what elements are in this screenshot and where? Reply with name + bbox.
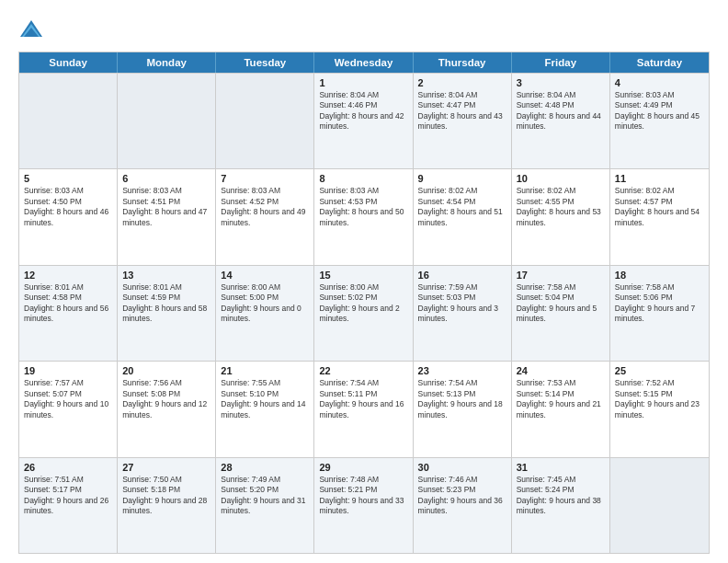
day-number: 26	[24, 462, 112, 473]
day-cell-4: 4Sunrise: 8:03 AM Sunset: 4:49 PM Daylig…	[610, 74, 709, 168]
day-number: 19	[24, 365, 112, 376]
day-number: 1	[319, 77, 407, 88]
day-info: Sunrise: 8:04 AM Sunset: 4:46 PM Dayligh…	[319, 90, 407, 132]
day-info: Sunrise: 8:03 AM Sunset: 4:52 PM Dayligh…	[221, 186, 309, 228]
weekday-header-thursday: Thursday	[414, 52, 512, 73]
day-cell-12: 12Sunrise: 8:01 AM Sunset: 4:58 PM Dayli…	[19, 266, 118, 361]
empty-cell	[118, 74, 216, 168]
day-cell-17: 17Sunrise: 7:58 AM Sunset: 5:04 PM Dayli…	[512, 266, 610, 361]
calendar-row-5: 26Sunrise: 7:51 AM Sunset: 5:17 PM Dayli…	[19, 457, 709, 553]
day-info: Sunrise: 7:54 AM Sunset: 5:13 PM Dayligh…	[418, 378, 506, 420]
day-number: 9	[418, 173, 506, 184]
day-number: 28	[221, 462, 309, 473]
day-number: 27	[122, 462, 210, 473]
day-number: 6	[122, 173, 210, 184]
header	[18, 17, 710, 42]
day-info: Sunrise: 7:51 AM Sunset: 5:17 PM Dayligh…	[24, 475, 112, 517]
day-number: 11	[615, 173, 704, 184]
day-info: Sunrise: 7:45 AM Sunset: 5:24 PM Dayligh…	[517, 475, 605, 517]
empty-cell	[216, 74, 314, 168]
day-cell-10: 10Sunrise: 8:02 AM Sunset: 4:55 PM Dayli…	[512, 169, 610, 264]
weekday-header-friday: Friday	[512, 52, 610, 73]
day-cell-11: 11Sunrise: 8:02 AM Sunset: 4:57 PM Dayli…	[610, 169, 709, 264]
day-cell-31: 31Sunrise: 7:45 AM Sunset: 5:24 PM Dayli…	[512, 458, 610, 553]
day-cell-13: 13Sunrise: 8:01 AM Sunset: 4:59 PM Dayli…	[118, 266, 216, 361]
logo-icon	[18, 17, 44, 42]
day-cell-30: 30Sunrise: 7:46 AM Sunset: 5:23 PM Dayli…	[414, 458, 512, 553]
day-number: 2	[418, 77, 506, 88]
day-number: 16	[418, 270, 506, 281]
day-number: 17	[517, 270, 605, 281]
day-info: Sunrise: 8:02 AM Sunset: 4:57 PM Dayligh…	[615, 186, 704, 228]
day-info: Sunrise: 7:58 AM Sunset: 5:06 PM Dayligh…	[615, 282, 704, 325]
day-number: 23	[418, 365, 506, 376]
day-info: Sunrise: 7:46 AM Sunset: 5:23 PM Dayligh…	[418, 475, 506, 517]
day-info: Sunrise: 7:48 AM Sunset: 5:21 PM Dayligh…	[319, 475, 407, 517]
empty-cell	[610, 458, 709, 553]
calendar-header-row: SundayMondayTuesdayWednesdayThursdayFrid…	[19, 52, 709, 73]
day-cell-7: 7Sunrise: 8:03 AM Sunset: 4:52 PM Daylig…	[216, 169, 314, 264]
day-info: Sunrise: 7:54 AM Sunset: 5:11 PM Dayligh…	[319, 378, 407, 420]
day-info: Sunrise: 7:56 AM Sunset: 5:08 PM Dayligh…	[122, 378, 210, 420]
day-info: Sunrise: 8:01 AM Sunset: 4:59 PM Dayligh…	[122, 282, 210, 325]
day-cell-14: 14Sunrise: 8:00 AM Sunset: 5:00 PM Dayli…	[216, 266, 314, 361]
day-info: Sunrise: 7:58 AM Sunset: 5:04 PM Dayligh…	[517, 282, 605, 325]
day-info: Sunrise: 8:02 AM Sunset: 4:55 PM Dayligh…	[517, 186, 605, 228]
day-info: Sunrise: 7:52 AM Sunset: 5:15 PM Dayligh…	[615, 378, 704, 420]
day-number: 21	[221, 365, 309, 376]
day-info: Sunrise: 8:00 AM Sunset: 5:00 PM Dayligh…	[221, 282, 309, 325]
day-cell-9: 9Sunrise: 8:02 AM Sunset: 4:54 PM Daylig…	[414, 169, 512, 264]
weekday-header-saturday: Saturday	[610, 52, 709, 73]
day-info: Sunrise: 7:49 AM Sunset: 5:20 PM Dayligh…	[221, 475, 309, 517]
day-cell-28: 28Sunrise: 7:49 AM Sunset: 5:20 PM Dayli…	[216, 458, 314, 553]
calendar-row-3: 12Sunrise: 8:01 AM Sunset: 4:58 PM Dayli…	[19, 265, 709, 361]
day-info: Sunrise: 7:53 AM Sunset: 5:14 PM Dayligh…	[517, 378, 605, 420]
weekday-header-tuesday: Tuesday	[216, 52, 314, 73]
day-number: 18	[615, 270, 704, 281]
page: SundayMondayTuesdayWednesdayThursdayFrid…	[0, 0, 728, 563]
day-info: Sunrise: 7:57 AM Sunset: 5:07 PM Dayligh…	[24, 378, 112, 420]
day-cell-21: 21Sunrise: 7:55 AM Sunset: 5:10 PM Dayli…	[216, 362, 314, 456]
day-number: 10	[517, 173, 605, 184]
day-number: 13	[122, 270, 210, 281]
day-cell-1: 1Sunrise: 8:04 AM Sunset: 4:46 PM Daylig…	[314, 74, 413, 168]
day-cell-19: 19Sunrise: 7:57 AM Sunset: 5:07 PM Dayli…	[19, 362, 118, 456]
day-number: 31	[517, 462, 605, 473]
day-cell-24: 24Sunrise: 7:53 AM Sunset: 5:14 PM Dayli…	[512, 362, 610, 456]
calendar-row-1: 1Sunrise: 8:04 AM Sunset: 4:46 PM Daylig…	[19, 73, 709, 168]
calendar-row-2: 5Sunrise: 8:03 AM Sunset: 4:50 PM Daylig…	[19, 168, 709, 264]
weekday-header-monday: Monday	[118, 52, 216, 73]
logo	[18, 17, 48, 42]
day-info: Sunrise: 8:03 AM Sunset: 4:53 PM Dayligh…	[319, 186, 407, 228]
day-cell-27: 27Sunrise: 7:50 AM Sunset: 5:18 PM Dayli…	[118, 458, 216, 553]
day-info: Sunrise: 8:02 AM Sunset: 4:54 PM Dayligh…	[418, 186, 506, 228]
day-info: Sunrise: 8:03 AM Sunset: 4:49 PM Dayligh…	[615, 90, 704, 132]
day-cell-5: 5Sunrise: 8:03 AM Sunset: 4:50 PM Daylig…	[19, 169, 118, 264]
day-cell-2: 2Sunrise: 8:04 AM Sunset: 4:47 PM Daylig…	[414, 74, 512, 168]
day-number: 20	[122, 365, 210, 376]
day-cell-6: 6Sunrise: 8:03 AM Sunset: 4:51 PM Daylig…	[118, 169, 216, 264]
day-info: Sunrise: 7:55 AM Sunset: 5:10 PM Dayligh…	[221, 378, 309, 420]
calendar-row-4: 19Sunrise: 7:57 AM Sunset: 5:07 PM Dayli…	[19, 361, 709, 456]
day-info: Sunrise: 8:04 AM Sunset: 4:48 PM Dayligh…	[517, 90, 605, 132]
day-info: Sunrise: 8:01 AM Sunset: 4:58 PM Dayligh…	[24, 282, 112, 325]
day-cell-15: 15Sunrise: 8:00 AM Sunset: 5:02 PM Dayli…	[314, 266, 413, 361]
day-cell-3: 3Sunrise: 8:04 AM Sunset: 4:48 PM Daylig…	[512, 74, 610, 168]
day-info: Sunrise: 8:04 AM Sunset: 4:47 PM Dayligh…	[418, 90, 506, 132]
day-number: 8	[319, 173, 407, 184]
day-number: 5	[24, 173, 112, 184]
day-cell-16: 16Sunrise: 7:59 AM Sunset: 5:03 PM Dayli…	[414, 266, 512, 361]
day-cell-18: 18Sunrise: 7:58 AM Sunset: 5:06 PM Dayli…	[610, 266, 709, 361]
day-number: 30	[418, 462, 506, 473]
day-number: 29	[319, 462, 407, 473]
day-number: 25	[615, 365, 704, 376]
weekday-header-wednesday: Wednesday	[314, 52, 413, 73]
day-info: Sunrise: 8:00 AM Sunset: 5:02 PM Dayligh…	[319, 282, 407, 325]
day-cell-23: 23Sunrise: 7:54 AM Sunset: 5:13 PM Dayli…	[414, 362, 512, 456]
day-number: 15	[319, 270, 407, 281]
calendar-body: 1Sunrise: 8:04 AM Sunset: 4:46 PM Daylig…	[19, 73, 709, 553]
day-number: 3	[517, 77, 605, 88]
day-info: Sunrise: 7:50 AM Sunset: 5:18 PM Dayligh…	[122, 475, 210, 517]
day-info: Sunrise: 8:03 AM Sunset: 4:50 PM Dayligh…	[24, 186, 112, 228]
day-number: 7	[221, 173, 309, 184]
